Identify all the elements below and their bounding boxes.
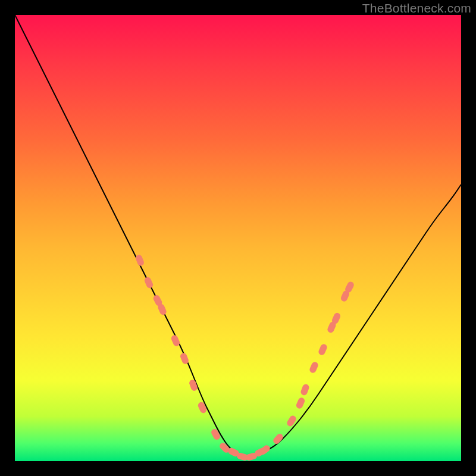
marker-dot bbox=[152, 294, 163, 307]
marker-dot bbox=[179, 352, 189, 365]
marker-dot bbox=[327, 321, 337, 334]
marker-dot bbox=[300, 383, 310, 396]
marker-dot bbox=[258, 444, 271, 456]
curve-line bbox=[15, 15, 461, 456]
marker-dot bbox=[157, 303, 168, 316]
marker-dot bbox=[134, 254, 145, 267]
plot-area bbox=[15, 15, 461, 461]
marker-dot bbox=[143, 276, 154, 289]
marker-dot bbox=[236, 452, 249, 461]
marker-dot bbox=[318, 343, 328, 356]
marker-dot bbox=[197, 401, 208, 414]
marker-dot bbox=[286, 415, 297, 428]
marker-dot bbox=[272, 433, 284, 445]
marker-dot bbox=[295, 397, 306, 410]
marker-group bbox=[134, 254, 355, 461]
marker-dot bbox=[309, 361, 320, 374]
marker-dot bbox=[344, 281, 355, 294]
marker-dot bbox=[170, 334, 181, 347]
watermark-label: TheBottleneck.com bbox=[362, 1, 471, 15]
marker-dot bbox=[340, 290, 350, 303]
chart-svg bbox=[15, 15, 461, 461]
chart-frame: TheBottleneck.com bbox=[0, 0, 476, 476]
marker-dot bbox=[218, 441, 231, 454]
marker-dot bbox=[189, 379, 199, 392]
marker-dot bbox=[210, 428, 221, 441]
marker-dot bbox=[254, 447, 267, 458]
marker-dot bbox=[227, 447, 240, 458]
marker-dot bbox=[331, 312, 342, 325]
marker-dot bbox=[245, 452, 258, 461]
curve-path bbox=[15, 15, 461, 456]
